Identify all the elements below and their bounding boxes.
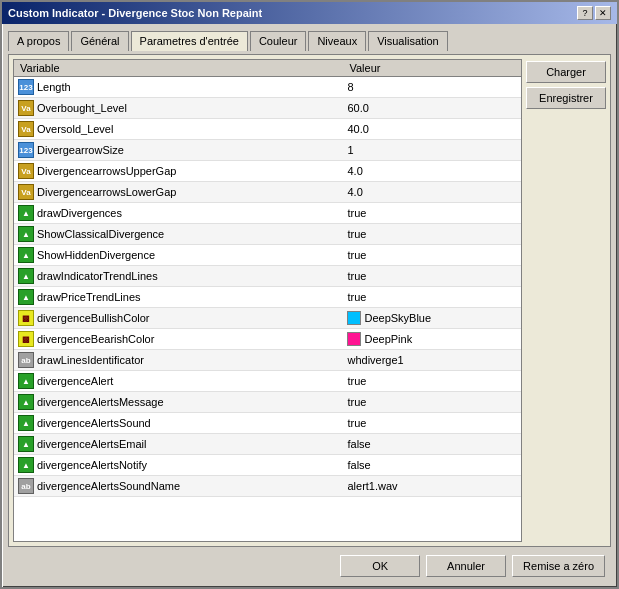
table-row[interactable]: VaOverbought_Level60.0 bbox=[14, 98, 521, 119]
param-value: true bbox=[343, 266, 521, 287]
param-name: divergenceAlert bbox=[37, 375, 113, 387]
param-name: divergenceAlertsMessage bbox=[37, 396, 164, 408]
color-label: DeepSkyBlue bbox=[364, 312, 431, 324]
table-row[interactable]: ▲ShowHiddenDivergencetrue bbox=[14, 245, 521, 266]
ab-icon: ab bbox=[18, 478, 34, 494]
param-name: Overbought_Level bbox=[37, 102, 127, 114]
param-name: drawIndicatorTrendLines bbox=[37, 270, 158, 282]
col-valeur: Valeur bbox=[343, 60, 521, 77]
table-row[interactable]: ▲ShowClassicalDivergencetrue bbox=[14, 224, 521, 245]
title-bar-buttons: ? ✕ bbox=[577, 6, 611, 20]
ab-icon: ab bbox=[18, 352, 34, 368]
table-row[interactable]: ▲drawPriceTrendLinestrue bbox=[14, 287, 521, 308]
parameters-table: Variable Valeur 123Length8VaOverbought_L… bbox=[14, 60, 521, 497]
bottom-bar: OK Annuler Remise a zéro bbox=[8, 551, 611, 581]
param-name: drawLinesIdentificator bbox=[37, 354, 144, 366]
param-name: drawPriceTrendLines bbox=[37, 291, 141, 303]
param-name: divergenceAlertsSoundName bbox=[37, 480, 180, 492]
bool-icon: ▲ bbox=[18, 226, 34, 242]
ok-button[interactable]: OK bbox=[340, 555, 420, 577]
param-name: ShowClassicalDivergence bbox=[37, 228, 164, 240]
help-button[interactable]: ? bbox=[577, 6, 593, 20]
val-icon: Va bbox=[18, 121, 34, 137]
tab-apropos[interactable]: A propos bbox=[8, 31, 69, 51]
param-name: divergenceBearishColor bbox=[37, 333, 154, 345]
enregistrer-button[interactable]: Enregistrer bbox=[526, 87, 606, 109]
param-value: true bbox=[343, 392, 521, 413]
param-name: DivergencearrowsLowerGap bbox=[37, 186, 176, 198]
param-value: true bbox=[343, 245, 521, 266]
color-icon: ▩ bbox=[18, 310, 34, 326]
param-value: DeepSkyBlue bbox=[343, 308, 521, 329]
table-row[interactable]: ▩divergenceBullishColorDeepSkyBlue bbox=[14, 308, 521, 329]
table-row[interactable]: ▩divergenceBearishColorDeepPink bbox=[14, 329, 521, 350]
param-value: alert1.wav bbox=[343, 476, 521, 497]
param-name: drawDivergences bbox=[37, 207, 122, 219]
close-button[interactable]: ✕ bbox=[595, 6, 611, 20]
charger-button[interactable]: Charger bbox=[526, 61, 606, 83]
param-value: true bbox=[343, 371, 521, 392]
window-title: Custom Indicator - Divergence Stoc Non R… bbox=[8, 7, 262, 19]
param-value: 60.0 bbox=[343, 98, 521, 119]
annuler-button[interactable]: Annuler bbox=[426, 555, 506, 577]
tab-bar: A propos Général Parametres d'entrée Cou… bbox=[8, 30, 611, 50]
val-icon: Va bbox=[18, 163, 34, 179]
table-row[interactable]: ▲drawIndicatorTrendLinestrue bbox=[14, 266, 521, 287]
table-row[interactable]: 123DivergearrowSize1 bbox=[14, 140, 521, 161]
param-value: 8 bbox=[343, 77, 521, 98]
tab-general[interactable]: Général bbox=[71, 31, 128, 51]
table-row[interactable]: 123Length8 bbox=[14, 77, 521, 98]
bool-icon: ▲ bbox=[18, 205, 34, 221]
table-row[interactable]: ▲divergenceAlerttrue bbox=[14, 371, 521, 392]
main-window: Custom Indicator - Divergence Stoc Non R… bbox=[0, 0, 619, 589]
color-label: DeepPink bbox=[364, 333, 412, 345]
param-value: 1 bbox=[343, 140, 521, 161]
param-name: divergenceAlertsEmail bbox=[37, 438, 146, 450]
val-icon: Va bbox=[18, 184, 34, 200]
param-value: true bbox=[343, 287, 521, 308]
tab-visualisation[interactable]: Visualisation bbox=[368, 31, 448, 51]
col-variable: Variable bbox=[14, 60, 343, 77]
panel-content: Variable Valeur 123Length8VaOverbought_L… bbox=[8, 54, 611, 547]
int-icon: 123 bbox=[18, 79, 34, 95]
table-row[interactable]: VaDivergencearrowsUpperGap4.0 bbox=[14, 161, 521, 182]
param-value: true bbox=[343, 224, 521, 245]
bool-icon: ▲ bbox=[18, 436, 34, 452]
table-row[interactable]: ▲divergenceAlertsMessagetrue bbox=[14, 392, 521, 413]
int-icon: 123 bbox=[18, 142, 34, 158]
title-bar: Custom Indicator - Divergence Stoc Non R… bbox=[2, 2, 617, 24]
table-row[interactable]: ▲divergenceAlertsSoundtrue bbox=[14, 413, 521, 434]
param-name: ShowHiddenDivergence bbox=[37, 249, 155, 261]
color-icon: ▩ bbox=[18, 331, 34, 347]
bool-icon: ▲ bbox=[18, 373, 34, 389]
tab-parametres[interactable]: Parametres d'entrée bbox=[131, 31, 248, 51]
parameters-table-container[interactable]: Variable Valeur 123Length8VaOverbought_L… bbox=[13, 59, 522, 542]
color-swatch bbox=[347, 332, 361, 346]
val-icon: Va bbox=[18, 100, 34, 116]
table-row[interactable]: ▲divergenceAlertsNotifyfalse bbox=[14, 455, 521, 476]
param-value: true bbox=[343, 203, 521, 224]
content-area: A propos Général Parametres d'entrée Cou… bbox=[2, 24, 617, 587]
param-value: 40.0 bbox=[343, 119, 521, 140]
param-name: DivergencearrowsUpperGap bbox=[37, 165, 176, 177]
param-name: divergenceAlertsSound bbox=[37, 417, 151, 429]
bool-icon: ▲ bbox=[18, 268, 34, 284]
param-value: false bbox=[343, 434, 521, 455]
table-row[interactable]: ▲divergenceAlertsEmailfalse bbox=[14, 434, 521, 455]
bool-icon: ▲ bbox=[18, 247, 34, 263]
table-row[interactable]: ▲drawDivergencestrue bbox=[14, 203, 521, 224]
param-name: DivergearrowSize bbox=[37, 144, 124, 156]
table-row[interactable]: VaOversold_Level40.0 bbox=[14, 119, 521, 140]
remise-button[interactable]: Remise a zéro bbox=[512, 555, 605, 577]
bool-icon: ▲ bbox=[18, 415, 34, 431]
table-row[interactable]: VaDivergencearrowsLowerGap4.0 bbox=[14, 182, 521, 203]
param-name: Oversold_Level bbox=[37, 123, 113, 135]
param-name: divergenceBullishColor bbox=[37, 312, 150, 324]
tab-couleur[interactable]: Couleur bbox=[250, 31, 307, 51]
param-name: divergenceAlertsNotify bbox=[37, 459, 147, 471]
param-value: false bbox=[343, 455, 521, 476]
table-row[interactable]: abdivergenceAlertsSoundNamealert1.wav bbox=[14, 476, 521, 497]
side-buttons: Charger Enregistrer bbox=[526, 59, 606, 542]
tab-niveaux[interactable]: Niveaux bbox=[308, 31, 366, 51]
table-row[interactable]: abdrawLinesIdentificatorwhdiverge1 bbox=[14, 350, 521, 371]
